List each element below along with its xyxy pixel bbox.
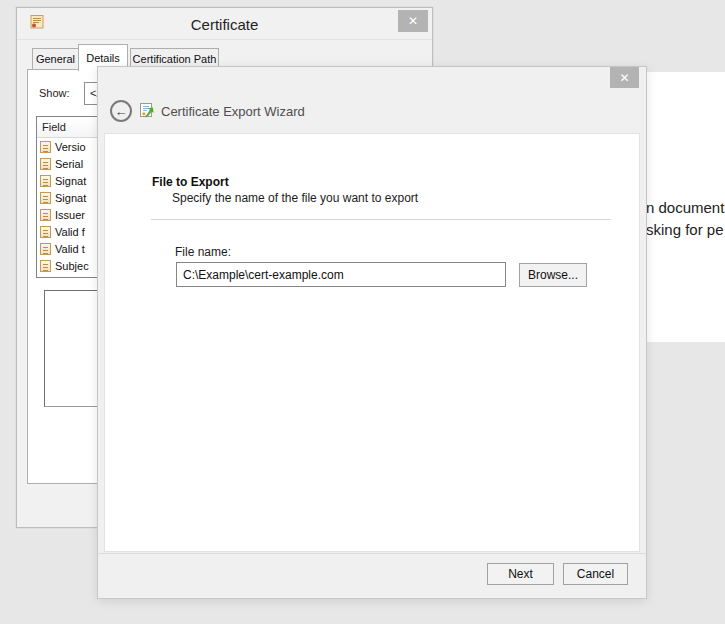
wizard-content-panel: File to Export Specify the name of the f… <box>104 133 640 552</box>
certificate-export-icon <box>138 102 155 119</box>
field-list-item-label: Signat <box>55 192 86 204</box>
background-text-line: sking for pe <box>646 221 724 238</box>
background-text-line: n documents <box>646 199 725 216</box>
file-name-input[interactable] <box>176 262 506 287</box>
certificate-field-icon <box>40 141 51 153</box>
certificate-field-icon <box>40 226 51 238</box>
field-list-item-label: Valid f <box>55 226 85 238</box>
wizard-footer: Next Cancel <box>98 553 646 598</box>
next-button[interactable]: Next <box>487 563 554 585</box>
certificate-field-icon <box>40 243 51 255</box>
certificate-field-icon <box>40 192 51 204</box>
header-separator <box>151 219 611 220</box>
wizard-step-heading: File to Export <box>152 175 229 189</box>
wizard-title: Certificate Export Wizard <box>161 104 305 119</box>
certificate-dialog-close-icon[interactable]: ✕ <box>398 10 428 32</box>
field-list-item-label: Issuer <box>55 209 85 221</box>
certificate-dialog-titlebar[interactable]: Certificate ✕ <box>17 8 432 39</box>
certificate-dialog-title: Certificate <box>17 16 432 33</box>
desktop: n documents sking for pe Certificate ✕ G… <box>0 0 725 624</box>
field-list-item-label: Signat <box>55 175 86 187</box>
certificate-field-icon <box>40 158 51 170</box>
wizard-step-subheading: Specify the name of the file you want to… <box>172 191 418 205</box>
certificate-field-icon <box>40 209 51 221</box>
wizard-close-icon[interactable]: ✕ <box>610 67 639 88</box>
field-list-item-label: Valid t <box>55 243 85 255</box>
field-list-item-label: Versio <box>55 141 86 153</box>
field-list-item-label: Subjec <box>55 260 89 272</box>
certificate-field-icon <box>40 175 51 187</box>
field-list-item-label: Serial <box>55 158 83 170</box>
back-arrow-icon[interactable]: ← <box>110 100 132 122</box>
cancel-button[interactable]: Cancel <box>563 563 628 585</box>
titlebar-divider <box>17 39 432 40</box>
file-name-label: File name: <box>175 245 231 259</box>
show-label: Show: <box>39 87 70 99</box>
certificate-field-icon <box>40 260 51 272</box>
tab-general[interactable]: General <box>32 48 79 70</box>
browse-button[interactable]: Browse... <box>519 263 587 287</box>
certificate-export-wizard-dialog: ✕ ← Certificate Export Wizard File to Ex… <box>97 66 647 599</box>
